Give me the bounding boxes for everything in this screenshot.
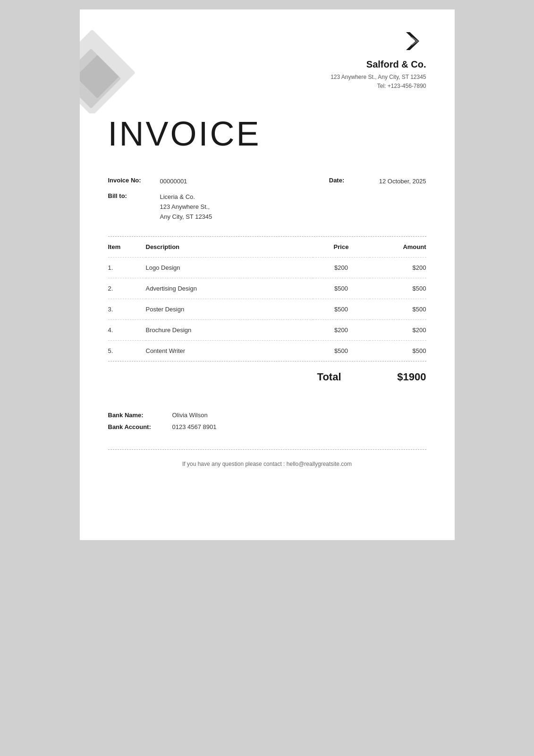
col-header-item: Item [108, 237, 146, 258]
row-number: 3. [108, 299, 146, 319]
bank-name-row: Bank Name: Olivia Wilson [108, 412, 426, 419]
row-amount: $500 [370, 340, 426, 361]
row-price: $200 [313, 257, 370, 278]
row-price: $200 [313, 319, 370, 340]
row-amount: $500 [370, 299, 426, 319]
invoice-title: INVOICE [108, 114, 426, 153]
header: Salford & Co. 123 Anywhere St., Any City… [80, 9, 455, 100]
invoice-page: Salford & Co. 123 Anywhere St., Any City… [80, 9, 455, 540]
row-description: Poster Design [146, 299, 313, 319]
bill-to-address1: 123 Anywhere St., [160, 202, 212, 212]
invoice-meta-right: Date: 12 October, 2025 [329, 177, 426, 187]
row-description: Content Writer [146, 340, 313, 361]
date-label: Date: [329, 177, 372, 184]
table-row: 4. Brochure Design $200 $200 [108, 319, 426, 340]
table-row: 5. Content Writer $500 $500 [108, 340, 426, 361]
bank-name-value: Olivia Wilson [172, 412, 208, 419]
invoice-meta: Invoice No: 00000001 Bill to: Liceria & … [80, 167, 455, 236]
company-info: Salford & Co. 123 Anywhere St., Any City… [331, 28, 426, 91]
row-price: $500 [313, 299, 370, 319]
table-section: Item Description Price Amount 1. Logo De… [80, 236, 455, 361]
invoice-number-value: 00000001 [160, 177, 187, 187]
company-phone: Tel: +123-456-7890 [331, 82, 426, 91]
invoice-number-label: Invoice No: [108, 177, 151, 184]
bank-name-label: Bank Name: [108, 412, 165, 419]
invoice-meta-left: Invoice No: 00000001 Bill to: Liceria & … [108, 177, 212, 222]
bill-to-details: Liceria & Co. 123 Anywhere St., Any City… [160, 192, 212, 222]
bank-section: Bank Name: Olivia Wilson Bank Account: 0… [80, 397, 455, 440]
row-amount: $500 [370, 278, 426, 299]
bill-to-row: Bill to: Liceria & Co. 123 Anywhere St.,… [108, 192, 212, 222]
total-section: Total $1900 [80, 361, 455, 397]
row-number: 5. [108, 340, 146, 361]
total-value: $1900 [370, 371, 426, 383]
table-row: 2. Advertising Design $500 $500 [108, 278, 426, 299]
invoice-table: Item Description Price Amount 1. Logo De… [108, 237, 426, 361]
row-description: Logo Design [146, 257, 313, 278]
table-header-row: Item Description Price Amount [108, 237, 426, 258]
table-row: 1. Logo Design $200 $200 [108, 257, 426, 278]
row-number: 1. [108, 257, 146, 278]
company-logo [331, 28, 426, 54]
col-header-description: Description [146, 237, 313, 258]
bill-to-name: Liceria & Co. [160, 192, 212, 202]
total-label: Total [317, 371, 341, 383]
row-number: 2. [108, 278, 146, 299]
company-address-line1: 123 Anywhere St., Any City, ST 12345 [331, 73, 426, 82]
bank-account-label: Bank Account: [108, 423, 165, 430]
row-price: $500 [313, 278, 370, 299]
invoice-number-row: Invoice No: 00000001 [108, 177, 212, 187]
row-amount: $200 [370, 257, 426, 278]
row-description: Brochure Design [146, 319, 313, 340]
bill-to-address2: Any City, ST 12345 [160, 212, 212, 222]
row-amount: $200 [370, 319, 426, 340]
row-price: $500 [313, 340, 370, 361]
row-number: 4. [108, 319, 146, 340]
col-header-amount: Amount [370, 237, 426, 258]
bank-account-row: Bank Account: 0123 4567 8901 [108, 423, 426, 430]
table-body: 1. Logo Design $200 $200 2. Advertising … [108, 257, 426, 361]
col-header-price: Price [313, 237, 370, 258]
row-description: Advertising Design [146, 278, 313, 299]
table-row: 3. Poster Design $500 $500 [108, 299, 426, 319]
bank-account-value: 0123 4567 8901 [172, 423, 217, 430]
footer-text: If you have any question please contact … [182, 461, 352, 467]
bill-to-label: Bill to: [108, 192, 151, 199]
company-name: Salford & Co. [331, 59, 426, 70]
date-value: 12 October, 2025 [379, 177, 426, 187]
footer: If you have any question please contact … [80, 450, 455, 487]
